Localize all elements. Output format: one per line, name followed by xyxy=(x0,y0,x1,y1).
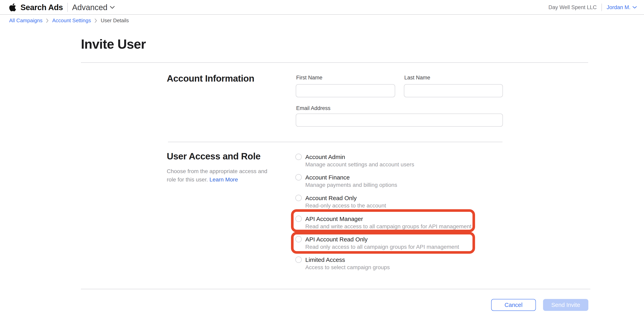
top-nav-bar: Search Ads Advanced Day Well Spent LLC J… xyxy=(0,0,644,15)
chevron-right-icon xyxy=(46,18,49,23)
role-description: Manage payments and billing options xyxy=(305,182,397,188)
user-access-role-heading: User Access and Role xyxy=(167,151,260,161)
divider xyxy=(81,289,590,289)
divider xyxy=(81,62,588,63)
role-description: Read and write access to all campaign gr… xyxy=(305,223,472,230)
breadcrumb-account-settings[interactable]: Account Settings xyxy=(52,17,91,24)
header-divider xyxy=(68,3,68,12)
first-name-input[interactable] xyxy=(296,84,395,97)
role-description: Manage account settings and account user… xyxy=(305,161,414,168)
header-divider xyxy=(602,3,602,11)
page-title: Invite User xyxy=(81,36,146,52)
role-label[interactable]: Account Finance xyxy=(305,174,350,181)
divider xyxy=(168,142,502,142)
role-label[interactable]: Account Admin xyxy=(305,154,345,161)
role-label[interactable]: Account Read Only xyxy=(305,194,356,202)
last-name-label: Last Name xyxy=(404,75,430,81)
role-label[interactable]: Limited Access xyxy=(305,256,345,263)
access-role-description: Choose from the appropriate access and r… xyxy=(167,167,274,184)
email-address-label: Email Address xyxy=(296,105,330,111)
apple-logo-icon xyxy=(9,3,16,12)
chevron-right-icon xyxy=(94,18,97,23)
send-invite-button[interactable]: Send Invite xyxy=(543,299,588,311)
chevron-down-icon xyxy=(110,6,115,9)
brand-group: Search Ads Advanced xyxy=(9,0,115,15)
chevron-down-icon xyxy=(632,6,637,9)
account-information-heading: Account Information xyxy=(167,73,254,84)
role-label[interactable]: API Account Manager xyxy=(305,215,363,223)
role-description: Read-only access to the account xyxy=(305,202,386,209)
org-name: Day Well Spent LLC xyxy=(548,4,597,10)
first-name-label: First Name xyxy=(296,75,322,81)
email-address-input[interactable] xyxy=(296,114,503,127)
radio-button[interactable] xyxy=(295,236,302,242)
radio-button[interactable] xyxy=(295,216,302,222)
breadcrumb: All Campaigns Account Settings User Deta… xyxy=(9,17,129,24)
invite-user-page: Search Ads Advanced Day Well Spent LLC J… xyxy=(0,0,644,322)
cancel-button[interactable]: Cancel xyxy=(491,299,536,311)
role-description: Access to select campaign groups xyxy=(305,264,390,271)
last-name-input[interactable] xyxy=(404,84,503,97)
product-switcher[interactable]: Advanced xyxy=(72,3,115,12)
role-label[interactable]: API Account Read Only xyxy=(305,236,368,243)
radio-button[interactable] xyxy=(295,154,302,160)
role-description: Read only access to all campaign groups … xyxy=(305,244,459,250)
account-group: Day Well Spent LLC Jordan M. xyxy=(548,0,637,15)
breadcrumb-user-details: User Details xyxy=(101,17,129,24)
learn-more-link[interactable]: Learn More xyxy=(210,176,238,183)
user-name: Jordan M. xyxy=(607,4,630,10)
user-menu[interactable]: Jordan M. xyxy=(607,4,637,10)
radio-button[interactable] xyxy=(295,195,302,201)
app-title: Search Ads xyxy=(20,3,63,12)
product-label: Advanced xyxy=(72,3,108,12)
radio-button[interactable] xyxy=(295,257,302,263)
breadcrumb-all-campaigns[interactable]: All Campaigns xyxy=(9,17,42,24)
radio-button[interactable] xyxy=(295,174,302,180)
